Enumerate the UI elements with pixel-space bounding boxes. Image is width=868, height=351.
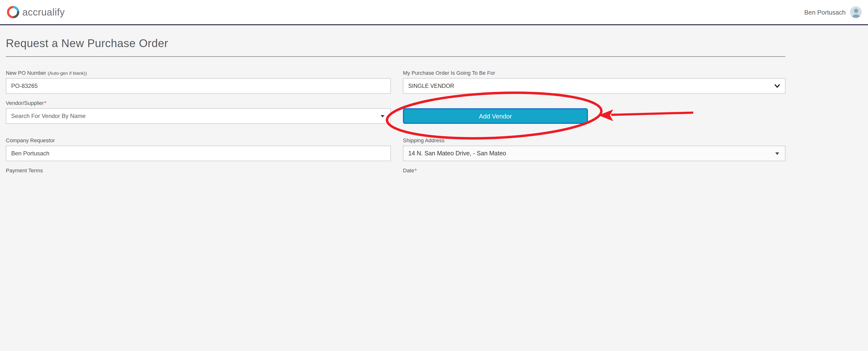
brand-name: accrualify	[22, 6, 65, 18]
new-po-number-input[interactable]	[6, 78, 391, 94]
accrualify-logo-icon	[7, 6, 20, 19]
vendor-supplier-select[interactable]: Search For Vendor By Name	[6, 108, 391, 124]
vendor-supplier-placeholder: Search For Vendor By Name	[11, 113, 86, 120]
field-new-po-number: New PO Number (Auto-gen if blank))	[6, 70, 391, 94]
user-name: Ben Portusach	[804, 8, 846, 16]
po-for-value: SINGLE VENDOR	[408, 83, 454, 89]
form-column-right: My Purchase Order Is Going To Be For SIN…	[403, 70, 785, 176]
user-avatar-icon	[850, 6, 862, 18]
add-vendor-button[interactable]: Add Vendor	[403, 108, 588, 124]
title-divider	[6, 56, 785, 57]
new-po-number-label: New PO Number (Auto-gen if blank))	[6, 70, 391, 76]
field-company-requestor: Company Requestor	[6, 137, 391, 161]
field-payment-terms: Payment Terms NET 30	[6, 167, 391, 176]
shipping-address-label: Shipping Address	[403, 137, 785, 144]
caret-down-icon	[775, 152, 779, 155]
page-title: Request a New Purchase Order	[6, 37, 785, 50]
form-column-left: New PO Number (Auto-gen if blank)) Vendo…	[6, 70, 391, 176]
shipping-address-select[interactable]: 14 N. San Mateo Drive, - San Mateo	[403, 146, 785, 161]
user-menu[interactable]: Ben Portusach	[804, 6, 862, 18]
brand-logo[interactable]: accrualify	[7, 6, 65, 19]
chevron-down-icon	[774, 84, 780, 88]
company-requestor-input[interactable]	[6, 146, 391, 161]
field-po-for: My Purchase Order Is Going To Be For SIN…	[403, 70, 785, 94]
payment-terms-label: Payment Terms	[6, 167, 391, 174]
po-for-label: My Purchase Order Is Going To Be For	[403, 70, 785, 76]
top-navbar: accrualify Ben Portusach	[0, 0, 868, 25]
caret-down-icon	[381, 115, 384, 117]
label-spacer	[403, 100, 785, 106]
field-add-vendor: Add Vendor	[403, 100, 785, 124]
main-content: Request a New Purchase Order New PO Numb…	[6, 37, 785, 176]
po-for-select[interactable]: SINGLE VENDOR	[403, 78, 785, 94]
field-date: Date*	[403, 167, 785, 176]
required-asterisk: *	[415, 167, 417, 173]
required-asterisk: *	[44, 100, 46, 106]
field-shipping-address: Shipping Address 14 N. San Mateo Drive, …	[403, 137, 785, 161]
po-request-form: New PO Number (Auto-gen if blank)) Vendo…	[6, 70, 785, 176]
app-window: accrualify Ben Portusach Request a New P…	[0, 0, 868, 176]
shipping-address-value: 14 N. San Mateo Drive, - San Mateo	[408, 150, 506, 157]
date-label: Date*	[403, 167, 785, 174]
field-vendor-supplier: Vendor/Supplier* Search For Vendor By Na…	[6, 100, 391, 124]
po-number-hint: (Auto-gen if blank))	[48, 70, 87, 76]
company-requestor-label: Company Requestor	[6, 137, 391, 144]
vendor-supplier-label: Vendor/Supplier*	[6, 100, 391, 106]
